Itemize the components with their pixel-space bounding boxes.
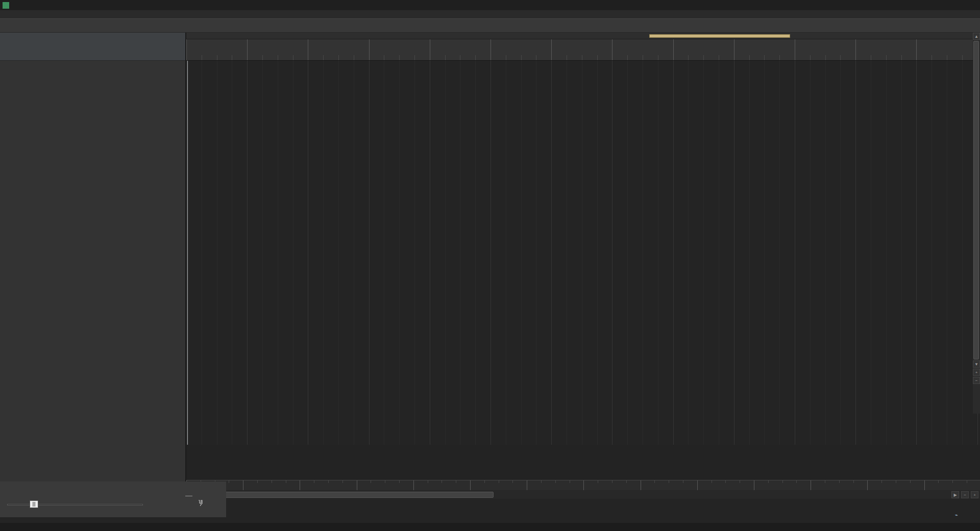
- zoom-in-button[interactable]: +: [971, 491, 978, 498]
- vertical-scroll-thumb[interactable]: [973, 41, 979, 359]
- key-signature[interactable]: [198, 500, 205, 506]
- horizontal-scrollbar[interactable]: ◀ ▶ − +: [186, 491, 980, 499]
- timeline-empty-area: [186, 445, 980, 480]
- time-signature[interactable]: [185, 496, 193, 496]
- horizontal-scroll-thumb[interactable]: [195, 492, 494, 498]
- zoom-out-button[interactable]: −: [961, 491, 969, 498]
- menu-bar: [0, 10, 980, 18]
- timeline[interactable]: ◀ ▶ − +: [186, 33, 980, 499]
- scroll-right-button[interactable]: ▶: [951, 491, 959, 498]
- time-display-panel[interactable]: [0, 33, 185, 61]
- vertical-scrollbar[interactable]: ▲ ▼ + −: [973, 33, 980, 414]
- marker-bar[interactable]: [186, 33, 980, 39]
- beat-ruler-ticks: [186, 39, 980, 60]
- status-bar: ⌁: [955, 512, 974, 518]
- tempo-slider-handle[interactable]: [30, 500, 38, 508]
- tuning-fork-icon: [198, 500, 203, 506]
- clips-area[interactable]: [186, 61, 980, 445]
- vertical-zoom-in-button[interactable]: +: [973, 369, 980, 376]
- time-ruler-ticks: [186, 480, 980, 490]
- vertical-zoom-out-button[interactable]: −: [973, 377, 980, 384]
- time-ruler[interactable]: [186, 480, 980, 490]
- toolbar: [0, 18, 980, 33]
- loop-region-bar[interactable]: [649, 34, 791, 38]
- bottom-strip: [0, 523, 980, 531]
- beat-ruler[interactable]: [186, 39, 980, 61]
- app-icon: [3, 2, 9, 9]
- playhead-cursor[interactable]: [187, 61, 188, 445]
- title-bar: [0, 0, 980, 10]
- tempo-slider-track[interactable]: [7, 504, 143, 505]
- power-icon: ⌁: [955, 512, 958, 518]
- tempo-panel: [0, 481, 226, 517]
- scroll-up-button[interactable]: ▲: [973, 33, 980, 40]
- track-list-panel: [0, 33, 186, 481]
- scroll-down-button[interactable]: ▼: [973, 360, 980, 368]
